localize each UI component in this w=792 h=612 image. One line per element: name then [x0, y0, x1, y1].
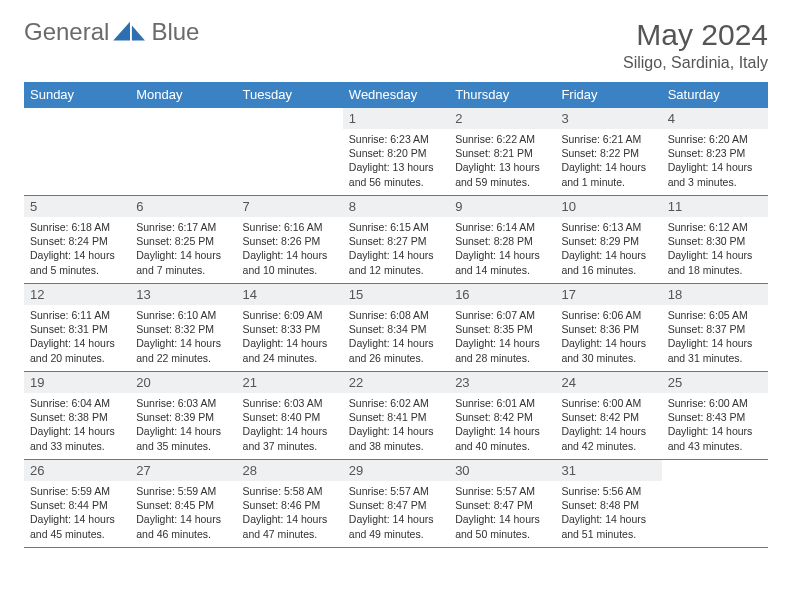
day-number: 4: [662, 108, 768, 129]
day-number: 2: [449, 108, 555, 129]
day-number: 26: [24, 460, 130, 481]
logo-sail-icon: [111, 18, 149, 46]
calendar-cell: 14Sunrise: 6:09 AMSunset: 8:33 PMDayligh…: [237, 284, 343, 372]
calendar-cell: 28Sunrise: 5:58 AMSunset: 8:46 PMDayligh…: [237, 460, 343, 548]
calendar-cell: 31Sunrise: 5:56 AMSunset: 8:48 PMDayligh…: [555, 460, 661, 548]
page-title: May 2024: [623, 18, 768, 52]
calendar-cell: 16Sunrise: 6:07 AMSunset: 8:35 PMDayligh…: [449, 284, 555, 372]
day-number: 18: [662, 284, 768, 305]
day-details: Sunrise: 6:00 AMSunset: 8:43 PMDaylight:…: [662, 393, 768, 457]
day-number: 25: [662, 372, 768, 393]
calendar-cell: 3Sunrise: 6:21 AMSunset: 8:22 PMDaylight…: [555, 108, 661, 196]
calendar-cell: 8Sunrise: 6:15 AMSunset: 8:27 PMDaylight…: [343, 196, 449, 284]
day-number: 23: [449, 372, 555, 393]
calendar-cell: 25Sunrise: 6:00 AMSunset: 8:43 PMDayligh…: [662, 372, 768, 460]
calendar-cell: 9Sunrise: 6:14 AMSunset: 8:28 PMDaylight…: [449, 196, 555, 284]
day-details: Sunrise: 5:58 AMSunset: 8:46 PMDaylight:…: [237, 481, 343, 545]
header: General Blue May 2024 Siligo, Sardinia, …: [24, 18, 768, 72]
calendar-cell: 11Sunrise: 6:12 AMSunset: 8:30 PMDayligh…: [662, 196, 768, 284]
day-details: Sunrise: 6:00 AMSunset: 8:42 PMDaylight:…: [555, 393, 661, 457]
day-number: 22: [343, 372, 449, 393]
day-details: Sunrise: 5:57 AMSunset: 8:47 PMDaylight:…: [343, 481, 449, 545]
calendar-cell: 23Sunrise: 6:01 AMSunset: 8:42 PMDayligh…: [449, 372, 555, 460]
day-number: 31: [555, 460, 661, 481]
day-number: 30: [449, 460, 555, 481]
calendar-cell: [237, 108, 343, 196]
calendar-cell: 1Sunrise: 6:23 AMSunset: 8:20 PMDaylight…: [343, 108, 449, 196]
calendar-cell: 17Sunrise: 6:06 AMSunset: 8:36 PMDayligh…: [555, 284, 661, 372]
day-number: 24: [555, 372, 661, 393]
calendar-cell: 10Sunrise: 6:13 AMSunset: 8:29 PMDayligh…: [555, 196, 661, 284]
day-details: Sunrise: 6:18 AMSunset: 8:24 PMDaylight:…: [24, 217, 130, 281]
logo-word-blue: Blue: [151, 18, 199, 46]
weekday-header: Monday: [130, 82, 236, 108]
day-number: 17: [555, 284, 661, 305]
day-details: Sunrise: 6:23 AMSunset: 8:20 PMDaylight:…: [343, 129, 449, 193]
day-number: 15: [343, 284, 449, 305]
location-label: Siligo, Sardinia, Italy: [623, 54, 768, 72]
logo-word-general: General: [24, 18, 109, 46]
day-number: 10: [555, 196, 661, 217]
day-details: Sunrise: 6:08 AMSunset: 8:34 PMDaylight:…: [343, 305, 449, 369]
day-details: Sunrise: 6:22 AMSunset: 8:21 PMDaylight:…: [449, 129, 555, 193]
day-number: 7: [237, 196, 343, 217]
day-details: Sunrise: 6:17 AMSunset: 8:25 PMDaylight:…: [130, 217, 236, 281]
day-details: Sunrise: 6:09 AMSunset: 8:33 PMDaylight:…: [237, 305, 343, 369]
calendar-cell: [24, 108, 130, 196]
weekday-header: Tuesday: [237, 82, 343, 108]
weekday-header: Thursday: [449, 82, 555, 108]
day-number: 29: [343, 460, 449, 481]
weekday-header: Sunday: [24, 82, 130, 108]
day-details: Sunrise: 6:12 AMSunset: 8:30 PMDaylight:…: [662, 217, 768, 281]
day-details: Sunrise: 5:57 AMSunset: 8:47 PMDaylight:…: [449, 481, 555, 545]
day-number: 13: [130, 284, 236, 305]
day-number: 1: [343, 108, 449, 129]
day-number: 27: [130, 460, 236, 481]
calendar-table: SundayMondayTuesdayWednesdayThursdayFrid…: [24, 82, 768, 548]
day-number: 21: [237, 372, 343, 393]
calendar-cell: 7Sunrise: 6:16 AMSunset: 8:26 PMDaylight…: [237, 196, 343, 284]
day-number: 3: [555, 108, 661, 129]
day-details: Sunrise: 6:04 AMSunset: 8:38 PMDaylight:…: [24, 393, 130, 457]
day-details: Sunrise: 6:03 AMSunset: 8:39 PMDaylight:…: [130, 393, 236, 457]
calendar-cell: 27Sunrise: 5:59 AMSunset: 8:45 PMDayligh…: [130, 460, 236, 548]
calendar-cell: 24Sunrise: 6:00 AMSunset: 8:42 PMDayligh…: [555, 372, 661, 460]
day-details: Sunrise: 5:59 AMSunset: 8:45 PMDaylight:…: [130, 481, 236, 545]
day-number: 28: [237, 460, 343, 481]
day-details: Sunrise: 6:07 AMSunset: 8:35 PMDaylight:…: [449, 305, 555, 369]
calendar-cell: 12Sunrise: 6:11 AMSunset: 8:31 PMDayligh…: [24, 284, 130, 372]
day-number: 20: [130, 372, 236, 393]
day-details: Sunrise: 6:02 AMSunset: 8:41 PMDaylight:…: [343, 393, 449, 457]
calendar-cell: 22Sunrise: 6:02 AMSunset: 8:41 PMDayligh…: [343, 372, 449, 460]
weekday-header: Saturday: [662, 82, 768, 108]
day-number: 5: [24, 196, 130, 217]
calendar-cell: 13Sunrise: 6:10 AMSunset: 8:32 PMDayligh…: [130, 284, 236, 372]
day-details: Sunrise: 6:11 AMSunset: 8:31 PMDaylight:…: [24, 305, 130, 369]
day-details: Sunrise: 6:05 AMSunset: 8:37 PMDaylight:…: [662, 305, 768, 369]
day-details: Sunrise: 6:15 AMSunset: 8:27 PMDaylight:…: [343, 217, 449, 281]
calendar-cell: [662, 460, 768, 548]
day-details: Sunrise: 6:16 AMSunset: 8:26 PMDaylight:…: [237, 217, 343, 281]
day-details: Sunrise: 6:14 AMSunset: 8:28 PMDaylight:…: [449, 217, 555, 281]
day-details: Sunrise: 6:21 AMSunset: 8:22 PMDaylight:…: [555, 129, 661, 193]
calendar-cell: 15Sunrise: 6:08 AMSunset: 8:34 PMDayligh…: [343, 284, 449, 372]
calendar-cell: 20Sunrise: 6:03 AMSunset: 8:39 PMDayligh…: [130, 372, 236, 460]
day-number: 6: [130, 196, 236, 217]
logo: General Blue: [24, 18, 199, 46]
calendar-cell: 26Sunrise: 5:59 AMSunset: 8:44 PMDayligh…: [24, 460, 130, 548]
day-number: 11: [662, 196, 768, 217]
calendar-cell: [130, 108, 236, 196]
calendar-cell: 2Sunrise: 6:22 AMSunset: 8:21 PMDaylight…: [449, 108, 555, 196]
day-number: 8: [343, 196, 449, 217]
day-number: 9: [449, 196, 555, 217]
calendar-cell: 18Sunrise: 6:05 AMSunset: 8:37 PMDayligh…: [662, 284, 768, 372]
day-details: Sunrise: 6:13 AMSunset: 8:29 PMDaylight:…: [555, 217, 661, 281]
day-number: 16: [449, 284, 555, 305]
day-details: Sunrise: 6:03 AMSunset: 8:40 PMDaylight:…: [237, 393, 343, 457]
weekday-header: Wednesday: [343, 82, 449, 108]
day-details: Sunrise: 6:01 AMSunset: 8:42 PMDaylight:…: [449, 393, 555, 457]
day-number: 14: [237, 284, 343, 305]
weekday-header: Friday: [555, 82, 661, 108]
calendar-cell: 6Sunrise: 6:17 AMSunset: 8:25 PMDaylight…: [130, 196, 236, 284]
calendar-cell: 5Sunrise: 6:18 AMSunset: 8:24 PMDaylight…: [24, 196, 130, 284]
